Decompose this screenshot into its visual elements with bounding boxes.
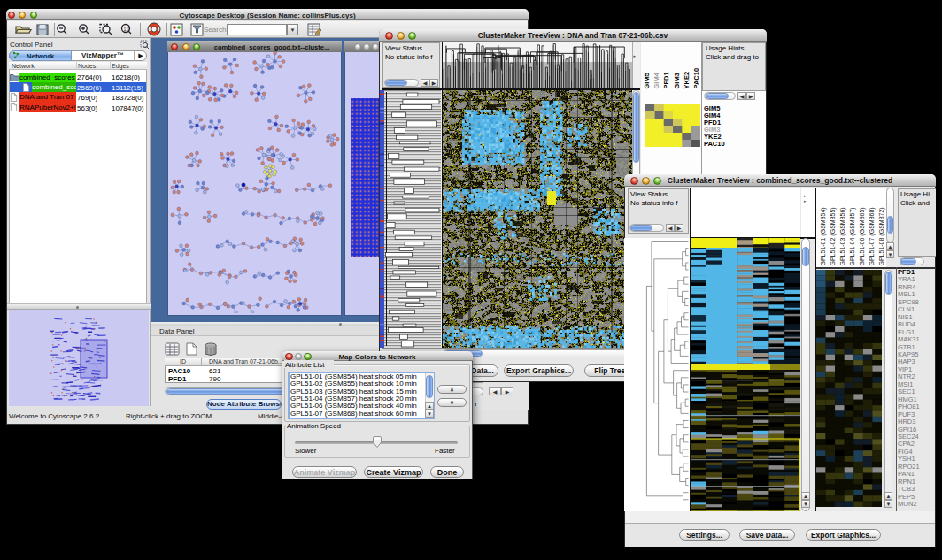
svg-text:1:1: 1:1 <box>124 27 130 32</box>
